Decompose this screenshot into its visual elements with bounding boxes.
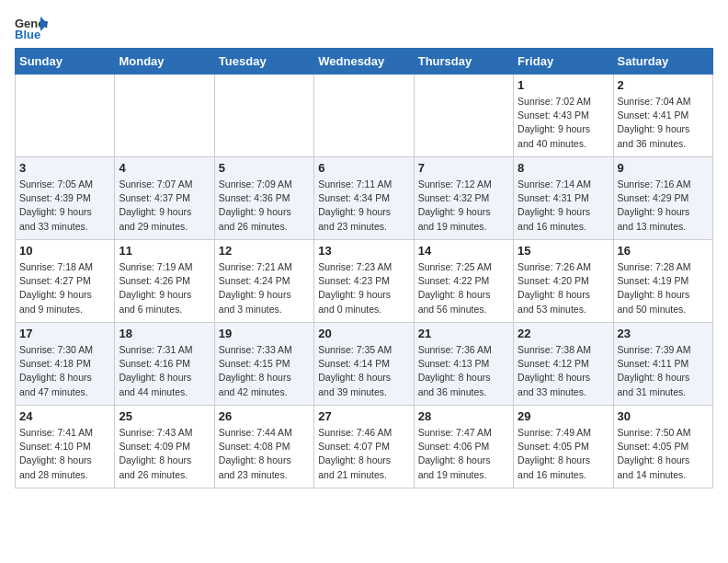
day-number: 6 bbox=[318, 161, 409, 175]
weekday-header-wednesday: Wednesday bbox=[314, 49, 414, 75]
day-number: 18 bbox=[119, 327, 210, 340]
calendar-week-3: 10Sunrise: 7:18 AM Sunset: 4:27 PM Dayli… bbox=[16, 240, 713, 323]
day-number: 14 bbox=[418, 244, 509, 258]
day-info: Sunrise: 7:11 AM Sunset: 4:34 PM Dayligh… bbox=[318, 178, 409, 234]
calendar-cell: 13Sunrise: 7:23 AM Sunset: 4:23 PM Dayli… bbox=[314, 240, 414, 323]
day-number: 20 bbox=[318, 327, 409, 340]
calendar-cell: 23Sunrise: 7:39 AM Sunset: 4:11 PM Dayli… bbox=[613, 323, 712, 406]
calendar-week-1: 1Sunrise: 7:02 AM Sunset: 4:43 PM Daylig… bbox=[16, 75, 713, 157]
day-info: Sunrise: 7:39 AM Sunset: 4:11 PM Dayligh… bbox=[618, 343, 709, 399]
calendar-body: 1Sunrise: 7:02 AM Sunset: 4:43 PM Daylig… bbox=[16, 75, 713, 488]
calendar-cell: 3Sunrise: 7:05 AM Sunset: 4:39 PM Daylig… bbox=[16, 157, 115, 240]
day-info: Sunrise: 7:28 AM Sunset: 4:19 PM Dayligh… bbox=[618, 260, 709, 316]
calendar-cell: 11Sunrise: 7:19 AM Sunset: 4:26 PM Dayli… bbox=[115, 240, 214, 323]
day-number: 3 bbox=[19, 161, 110, 175]
calendar-week-4: 17Sunrise: 7:30 AM Sunset: 4:18 PM Dayli… bbox=[16, 323, 713, 406]
day-info: Sunrise: 7:23 AM Sunset: 4:23 PM Dayligh… bbox=[318, 260, 409, 316]
calendar-cell: 9Sunrise: 7:16 AM Sunset: 4:29 PM Daylig… bbox=[613, 157, 712, 240]
svg-text:Blue: Blue bbox=[15, 28, 40, 40]
day-number: 23 bbox=[618, 327, 709, 340]
calendar-cell: 14Sunrise: 7:25 AM Sunset: 4:22 PM Dayli… bbox=[414, 240, 513, 323]
page-header: General Blue bbox=[15, 15, 713, 40]
day-number: 4 bbox=[119, 161, 210, 175]
calendar-cell: 16Sunrise: 7:28 AM Sunset: 4:19 PM Dayli… bbox=[613, 240, 712, 323]
day-info: Sunrise: 7:46 AM Sunset: 4:07 PM Dayligh… bbox=[318, 426, 409, 482]
day-info: Sunrise: 7:38 AM Sunset: 4:12 PM Dayligh… bbox=[518, 343, 609, 399]
calendar-cell: 28Sunrise: 7:47 AM Sunset: 4:06 PM Dayli… bbox=[414, 406, 513, 488]
day-number: 17 bbox=[19, 327, 110, 340]
day-number: 29 bbox=[518, 409, 609, 423]
day-number: 12 bbox=[219, 244, 310, 258]
calendar-cell bbox=[414, 75, 513, 157]
calendar-cell: 2Sunrise: 7:04 AM Sunset: 4:41 PM Daylig… bbox=[613, 75, 712, 157]
day-number: 13 bbox=[318, 244, 409, 258]
calendar-cell: 10Sunrise: 7:18 AM Sunset: 4:27 PM Dayli… bbox=[16, 240, 115, 323]
calendar-week-2: 3Sunrise: 7:05 AM Sunset: 4:39 PM Daylig… bbox=[16, 157, 713, 240]
calendar-cell bbox=[214, 75, 313, 157]
day-info: Sunrise: 7:19 AM Sunset: 4:26 PM Dayligh… bbox=[119, 260, 210, 316]
calendar-table: SundayMondayTuesdayWednesdayThursdayFrid… bbox=[15, 48, 713, 488]
day-number: 19 bbox=[219, 327, 310, 340]
day-info: Sunrise: 7:25 AM Sunset: 4:22 PM Dayligh… bbox=[418, 260, 509, 316]
day-info: Sunrise: 7:50 AM Sunset: 4:05 PM Dayligh… bbox=[618, 426, 709, 482]
weekday-header-thursday: Thursday bbox=[414, 49, 513, 75]
calendar-cell: 20Sunrise: 7:35 AM Sunset: 4:14 PM Dayli… bbox=[314, 323, 414, 406]
day-info: Sunrise: 7:02 AM Sunset: 4:43 PM Dayligh… bbox=[518, 95, 609, 151]
calendar-cell: 5Sunrise: 7:09 AM Sunset: 4:36 PM Daylig… bbox=[214, 157, 313, 240]
calendar-cell: 29Sunrise: 7:49 AM Sunset: 4:05 PM Dayli… bbox=[514, 406, 613, 488]
day-info: Sunrise: 7:14 AM Sunset: 4:31 PM Dayligh… bbox=[518, 178, 609, 234]
calendar-cell: 24Sunrise: 7:41 AM Sunset: 4:10 PM Dayli… bbox=[16, 406, 115, 488]
calendar-cell: 18Sunrise: 7:31 AM Sunset: 4:16 PM Dayli… bbox=[115, 323, 214, 406]
day-info: Sunrise: 7:49 AM Sunset: 4:05 PM Dayligh… bbox=[518, 426, 609, 482]
logo: General Blue bbox=[15, 15, 48, 40]
day-info: Sunrise: 7:12 AM Sunset: 4:32 PM Dayligh… bbox=[418, 178, 509, 234]
day-info: Sunrise: 7:30 AM Sunset: 4:18 PM Dayligh… bbox=[19, 343, 110, 399]
day-info: Sunrise: 7:05 AM Sunset: 4:39 PM Dayligh… bbox=[19, 178, 110, 234]
day-number: 27 bbox=[318, 409, 409, 423]
weekday-header-friday: Friday bbox=[514, 49, 613, 75]
weekday-header-row: SundayMondayTuesdayWednesdayThursdayFrid… bbox=[16, 49, 713, 75]
day-number: 1 bbox=[518, 78, 609, 92]
day-number: 10 bbox=[19, 244, 110, 258]
day-number: 28 bbox=[418, 409, 509, 423]
day-number: 9 bbox=[618, 161, 709, 175]
day-info: Sunrise: 7:26 AM Sunset: 4:20 PM Dayligh… bbox=[518, 260, 609, 316]
day-info: Sunrise: 7:41 AM Sunset: 4:10 PM Dayligh… bbox=[19, 426, 110, 482]
calendar-cell: 25Sunrise: 7:43 AM Sunset: 4:09 PM Dayli… bbox=[115, 406, 214, 488]
day-number: 22 bbox=[518, 327, 609, 340]
calendar-cell bbox=[115, 75, 214, 157]
day-info: Sunrise: 7:36 AM Sunset: 4:13 PM Dayligh… bbox=[418, 343, 509, 399]
calendar-cell: 26Sunrise: 7:44 AM Sunset: 4:08 PM Dayli… bbox=[214, 406, 313, 488]
calendar-cell: 8Sunrise: 7:14 AM Sunset: 4:31 PM Daylig… bbox=[514, 157, 613, 240]
calendar-cell: 4Sunrise: 7:07 AM Sunset: 4:37 PM Daylig… bbox=[115, 157, 214, 240]
day-number: 5 bbox=[219, 161, 310, 175]
calendar-cell: 21Sunrise: 7:36 AM Sunset: 4:13 PM Dayli… bbox=[414, 323, 513, 406]
day-number: 21 bbox=[418, 327, 509, 340]
calendar-cell: 27Sunrise: 7:46 AM Sunset: 4:07 PM Dayli… bbox=[314, 406, 414, 488]
day-info: Sunrise: 7:31 AM Sunset: 4:16 PM Dayligh… bbox=[119, 343, 210, 399]
day-info: Sunrise: 7:04 AM Sunset: 4:41 PM Dayligh… bbox=[618, 95, 709, 151]
calendar-cell: 15Sunrise: 7:26 AM Sunset: 4:20 PM Dayli… bbox=[514, 240, 613, 323]
day-number: 15 bbox=[518, 244, 609, 258]
day-info: Sunrise: 7:18 AM Sunset: 4:27 PM Dayligh… bbox=[19, 260, 110, 316]
day-info: Sunrise: 7:16 AM Sunset: 4:29 PM Dayligh… bbox=[618, 178, 709, 234]
weekday-header-saturday: Saturday bbox=[613, 49, 712, 75]
calendar-cell: 17Sunrise: 7:30 AM Sunset: 4:18 PM Dayli… bbox=[16, 323, 115, 406]
day-number: 11 bbox=[119, 244, 210, 258]
weekday-header-tuesday: Tuesday bbox=[214, 49, 313, 75]
day-info: Sunrise: 7:43 AM Sunset: 4:09 PM Dayligh… bbox=[119, 426, 210, 482]
day-number: 2 bbox=[618, 78, 709, 92]
day-info: Sunrise: 7:47 AM Sunset: 4:06 PM Dayligh… bbox=[418, 426, 509, 482]
day-number: 26 bbox=[219, 409, 310, 423]
day-number: 24 bbox=[19, 409, 110, 423]
weekday-header-monday: Monday bbox=[115, 49, 214, 75]
weekday-header-sunday: Sunday bbox=[16, 49, 115, 75]
calendar-cell: 12Sunrise: 7:21 AM Sunset: 4:24 PM Dayli… bbox=[214, 240, 313, 323]
day-info: Sunrise: 7:09 AM Sunset: 4:36 PM Dayligh… bbox=[219, 178, 310, 234]
calendar-cell: 30Sunrise: 7:50 AM Sunset: 4:05 PM Dayli… bbox=[613, 406, 712, 488]
logo-icon: General Blue bbox=[15, 15, 48, 40]
calendar-cell bbox=[314, 75, 414, 157]
day-info: Sunrise: 7:35 AM Sunset: 4:14 PM Dayligh… bbox=[318, 343, 409, 399]
day-info: Sunrise: 7:44 AM Sunset: 4:08 PM Dayligh… bbox=[219, 426, 310, 482]
calendar-cell: 22Sunrise: 7:38 AM Sunset: 4:12 PM Dayli… bbox=[514, 323, 613, 406]
